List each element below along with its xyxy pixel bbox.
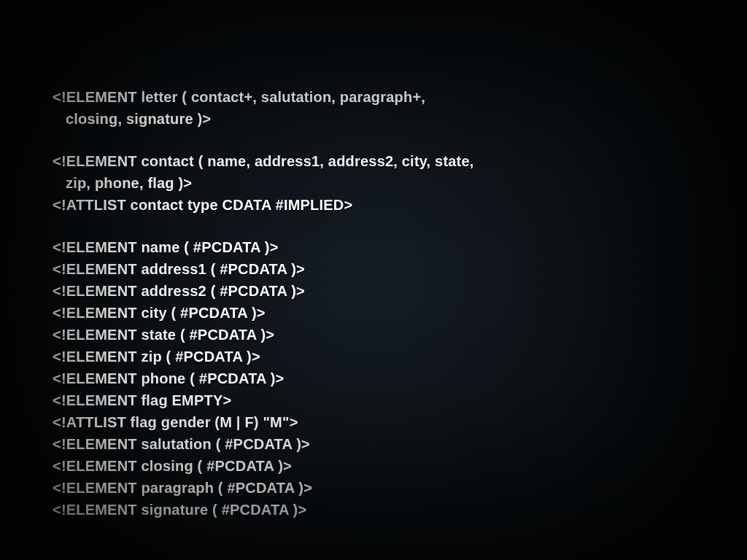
dtd-line: <!ELEMENT paragraph ( #PCDATA )> xyxy=(53,477,747,499)
dtd-line: <!ELEMENT state ( #PCDATA )> xyxy=(53,324,747,346)
dtd-line: <!ELEMENT zip ( #PCDATA )> xyxy=(53,346,747,368)
dtd-line: <!ELEMENT flag EMPTY> xyxy=(53,389,747,411)
dtd-line: <!ELEMENT phone ( #PCDATA )> xyxy=(53,368,747,389)
dtd-line: <!ELEMENT address2 ( #PCDATA )> xyxy=(53,280,747,302)
dtd-line: <!ELEMENT city ( #PCDATA )> xyxy=(53,302,747,324)
slide-container: <!ELEMENT letter ( contact+, salutation,… xyxy=(0,0,747,560)
dtd-line: <!ATTLIST contact type CDATA #IMPLIED> xyxy=(53,194,747,216)
dtd-line: <!ELEMENT address1 ( #PCDATA )> xyxy=(53,258,747,280)
dtd-line: zip, phone, flag )> xyxy=(53,172,747,194)
dtd-line: <!ELEMENT closing ( #PCDATA )> xyxy=(53,455,747,477)
dtd-block-letter: <!ELEMENT letter ( contact+, salutation,… xyxy=(53,86,747,130)
dtd-line: <!ELEMENT salutation ( #PCDATA )> xyxy=(53,433,747,455)
dtd-line: <!ELEMENT signature ( #PCDATA )> xyxy=(53,499,747,521)
dtd-line: <!ATTLIST flag gender (M | F) "M"> xyxy=(53,411,747,433)
dtd-line: <!ELEMENT name ( #PCDATA )> xyxy=(53,236,747,258)
dtd-line: <!ELEMENT letter ( contact+, salutation,… xyxy=(53,86,747,108)
dtd-line: <!ELEMENT contact ( name, address1, addr… xyxy=(53,150,747,172)
dtd-block-elements: <!ELEMENT name ( #PCDATA )> <!ELEMENT ad… xyxy=(53,236,747,521)
dtd-line: closing, signature )> xyxy=(53,108,747,130)
dtd-block-contact: <!ELEMENT contact ( name, address1, addr… xyxy=(53,150,747,216)
